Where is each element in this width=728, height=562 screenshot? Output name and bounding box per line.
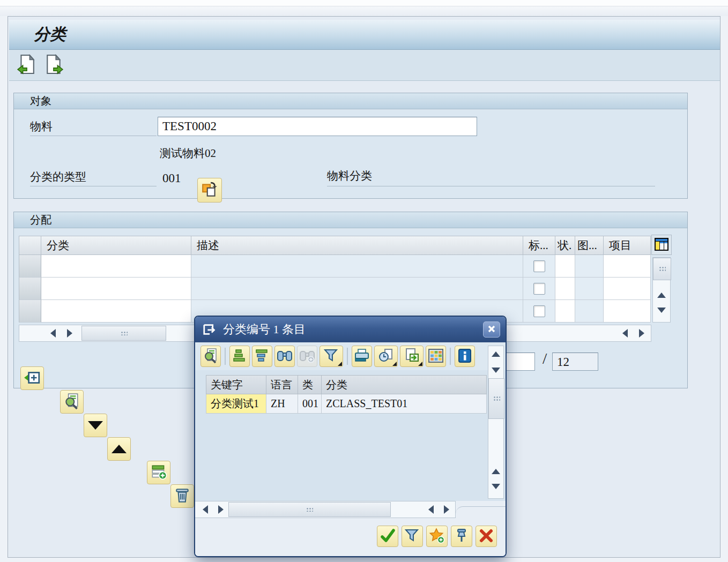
cell-standard — [523, 255, 555, 278]
exit-button[interactable] — [43, 53, 65, 78]
column-header-class[interactable]: 分类 — [322, 375, 487, 394]
scroll-right-button[interactable] — [213, 502, 228, 517]
export-icon — [404, 348, 420, 365]
move-down-button[interactable] — [84, 414, 107, 437]
sort-ascending-button[interactable] — [229, 346, 250, 367]
detail-button[interactable] — [200, 346, 221, 367]
column-header-status[interactable]: 状. — [555, 236, 575, 255]
hold-button[interactable] — [451, 526, 472, 547]
row-selector[interactable] — [19, 278, 41, 300]
scroll-left-button[interactable] — [45, 326, 61, 341]
arrow-left-icon — [428, 505, 434, 514]
app-toolbar — [9, 50, 720, 81]
scroll-down-button[interactable] — [488, 362, 503, 378]
cell-class[interactable] — [41, 278, 191, 300]
column-header-class[interactable]: 分类 — [41, 236, 191, 255]
exit-icon — [45, 54, 63, 77]
toolbar-separator — [347, 348, 348, 365]
scroll-down-button[interactable] — [653, 303, 670, 318]
triangle-up-icon — [112, 445, 127, 453]
cell-class-type[interactable]: 001 — [298, 394, 322, 414]
cancel-button[interactable] — [476, 526, 497, 547]
favorites-add-button[interactable] — [426, 526, 448, 547]
switch-object-icon — [201, 181, 218, 200]
colored-grid-icon — [428, 348, 444, 365]
scroll-up-button[interactable] — [488, 346, 503, 362]
cell-class[interactable] — [41, 255, 191, 278]
scroll-down-button[interactable] — [488, 479, 503, 494]
cell-item — [604, 255, 651, 278]
scroll-left-button[interactable] — [617, 326, 633, 341]
row-position-input[interactable] — [504, 353, 535, 371]
row-selector[interactable] — [19, 255, 41, 278]
vscroll-thumb[interactable] — [488, 378, 504, 419]
table-config-icon — [653, 236, 670, 254]
filter-button[interactable] — [402, 526, 423, 547]
assignment-groupbox-header: 分配 — [14, 212, 687, 228]
info-button[interactable] — [455, 346, 475, 367]
arrow-up-icon — [492, 469, 500, 474]
dialog-close-button[interactable] — [483, 321, 500, 338]
arrow-right-icon — [444, 505, 449, 514]
back-icon — [17, 54, 35, 77]
scroll-right-button[interactable] — [634, 326, 650, 341]
export-button[interactable] — [400, 346, 424, 367]
hscroll-thumb[interactable] — [81, 326, 166, 341]
footer-curve-region — [456, 501, 506, 518]
selector-column-header[interactable] — [19, 236, 41, 255]
back-button[interactable] — [16, 53, 37, 78]
class-type-switch-button[interactable] — [197, 178, 222, 203]
detail-search-button[interactable] — [60, 390, 84, 414]
vscroll-thumb[interactable] — [653, 258, 671, 280]
top-strip-2 — [0, 6, 728, 16]
standard-checkbox[interactable] — [533, 283, 545, 295]
column-header-icon[interactable]: 图... — [575, 236, 604, 255]
set-filter-button[interactable] — [320, 346, 343, 367]
dialog-title-bar[interactable]: 分类编号 1 条目 — [195, 317, 506, 342]
find-button[interactable] — [274, 346, 295, 367]
row-selector[interactable] — [19, 300, 41, 323]
move-up-button[interactable] — [107, 437, 131, 461]
column-header-standard[interactable]: 标... — [523, 236, 555, 255]
table-config-button[interactable] — [651, 235, 672, 255]
new-assignment-button[interactable] — [20, 366, 44, 390]
cell-class[interactable] — [41, 300, 191, 323]
cell-description[interactable] — [191, 255, 523, 278]
insert-row-button[interactable] — [147, 461, 170, 484]
column-header-language[interactable]: 语言 — [266, 375, 298, 394]
material-input[interactable] — [158, 117, 477, 136]
cell-description[interactable] — [191, 278, 523, 300]
close-x-icon — [487, 325, 496, 335]
cell-standard — [523, 278, 555, 300]
scroll-right-button[interactable] — [439, 502, 454, 517]
dialog-table-header: 关键字 语言 类 分类 — [206, 375, 487, 394]
dialog-table-row[interactable]: 分类测试1 ZH 001 ZCLASS_TEST01 — [206, 394, 487, 414]
funnel-icon — [323, 348, 339, 365]
scroll-up-button[interactable] — [653, 288, 670, 303]
find-next-button[interactable] — [297, 346, 317, 367]
choose-layout-button[interactable] — [426, 346, 446, 367]
views-button[interactable] — [374, 346, 398, 367]
arrow-right-icon — [67, 329, 72, 338]
hscroll-thumb[interactable] — [228, 502, 391, 517]
scroll-right-button[interactable] — [62, 326, 78, 341]
print-button[interactable] — [352, 346, 372, 367]
sort-descending-button[interactable] — [252, 346, 272, 367]
delete-row-button[interactable] — [170, 484, 194, 508]
scroll-up-button[interactable] — [488, 464, 503, 479]
scroll-left-button[interactable] — [424, 502, 438, 517]
column-header-keyword[interactable]: 关键字 — [206, 375, 266, 394]
scroll-left-button[interactable] — [198, 502, 212, 517]
column-header-item[interactable]: 项目 — [604, 236, 651, 255]
total-rows-field: 12 — [552, 353, 598, 371]
column-header-class-type[interactable]: 类 — [298, 375, 322, 394]
arrow-left-icon — [50, 329, 56, 338]
standard-checkbox[interactable] — [533, 305, 545, 317]
standard-checkbox[interactable] — [533, 260, 545, 272]
dialog-window-icon — [195, 323, 218, 336]
column-header-description[interactable]: 描述 — [191, 236, 523, 255]
cell-keyword[interactable]: 分类测试1 — [206, 394, 266, 414]
cell-language[interactable]: ZH — [266, 394, 298, 414]
confirm-button[interactable] — [377, 526, 398, 547]
cell-class[interactable]: ZCLASS_TEST01 — [322, 394, 487, 414]
